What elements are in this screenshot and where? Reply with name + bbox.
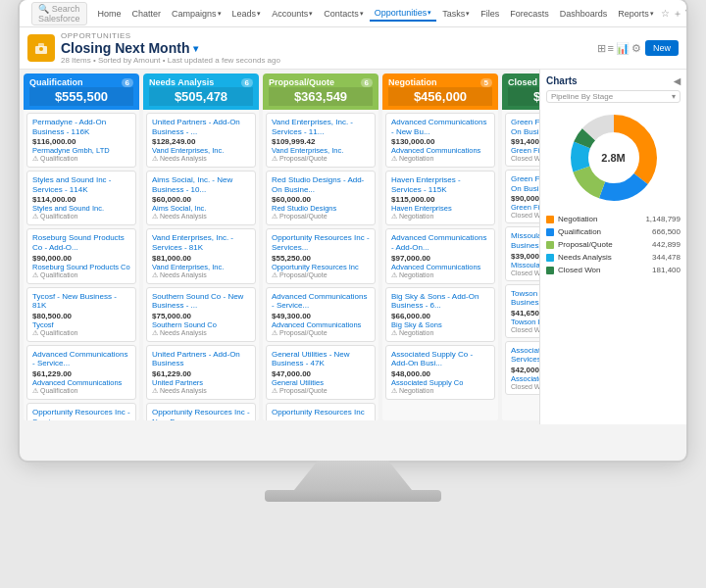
grid-view-icon[interactable]: ⊞ xyxy=(597,42,606,55)
col-total-needs: $505,478 xyxy=(149,87,253,106)
page-subtitle: 28 Items • Sorted by Amount • Last updat… xyxy=(61,56,280,65)
list-item[interactable]: Roseburg Sound Products Co - Add-O... $9… xyxy=(26,228,136,283)
list-item[interactable]: Opportunity Resources Inc - New Bu... $6… xyxy=(146,403,256,420)
legend-item-closed: Closed Won 181,400 xyxy=(546,264,681,276)
closed-color xyxy=(546,267,554,274)
list-item[interactable]: Aims Social, Inc. - New Business - 10...… xyxy=(146,171,256,225)
column-header-closed-won: Closed Won 5 $304,050 xyxy=(502,74,539,110)
col-total-negotiation: $456,000 xyxy=(388,87,492,106)
list-item[interactable]: United Partners - Add-On Business - ... … xyxy=(146,113,256,168)
list-item[interactable]: United Partners - Add-On Business $61,22… xyxy=(146,345,256,400)
nav-forecasts[interactable]: Forecasts xyxy=(505,6,554,22)
svg-point-5 xyxy=(39,47,43,51)
nav-icons: ☆ ＋ ? ⚙ 🔔 U xyxy=(661,6,686,22)
list-item[interactable]: Styles and Sound Inc - Services - 114K $… xyxy=(26,171,136,225)
page-label: OPPORTUNITIES xyxy=(61,31,280,40)
charts-collapse-icon[interactable]: ◀ xyxy=(674,76,681,86)
kanban-column-proposal: Proposal/Quote 6 $363,549 Vand Enterpris… xyxy=(263,74,378,420)
donut-chart: 2.8M xyxy=(546,109,681,207)
list-item[interactable]: Green Fields Media - Add-On Busine... $9… xyxy=(505,113,539,167)
list-item[interactable]: Missoula & Sons Inc - New Business... $3… xyxy=(505,226,539,280)
kanban-container: Qualification 6 $555,500 Permadyne - Add… xyxy=(20,70,686,424)
nav-reports[interactable]: Reports▾ xyxy=(613,6,659,22)
list-item[interactable]: General Utilities - New Business - 47K $… xyxy=(266,345,376,400)
donut-center-label: 2.8M xyxy=(601,152,625,164)
negotiation-color xyxy=(546,216,554,223)
list-item[interactable]: Associated Supply Co - Services - 42K $4… xyxy=(505,341,539,395)
list-item[interactable]: Opportunity Resources Inc $42,000.00 Opp… xyxy=(266,403,376,420)
nav-chatter[interactable]: Chatter xyxy=(127,6,167,22)
svg-rect-4 xyxy=(38,43,44,47)
nav-files[interactable]: Files xyxy=(476,6,504,22)
list-item[interactable]: Vand Enterprises, Inc. - Services - 81K … xyxy=(146,228,256,283)
list-item[interactable]: Advanced Communications - Add-On... $97,… xyxy=(385,228,495,283)
legend-item-qualification: Qualification 666,500 xyxy=(546,225,681,238)
opportunities-icon xyxy=(27,34,55,62)
col-total-closed: $304,050 xyxy=(508,87,539,106)
list-item[interactable]: Advanced Communications - New Bu... $130… xyxy=(385,113,495,168)
nav-leads[interactable]: Leads▾ xyxy=(227,6,267,22)
list-item[interactable]: Red Studio Designs - Add-On Busine... $6… xyxy=(266,171,376,225)
page-header: OPPORTUNITIES Closing Next Month ▾ 28 It… xyxy=(20,27,686,70)
screen: ☁ S 🔍 Search Salesforce Home Chatter Cam… xyxy=(20,0,686,461)
search-icon: 🔍 xyxy=(38,4,49,14)
page-header-left: OPPORTUNITIES Closing Next Month ▾ 28 It… xyxy=(27,31,280,65)
list-item[interactable]: Opportunity Resources Inc - Services... … xyxy=(266,228,376,283)
nav-opportunities[interactable]: Opportunities▾ xyxy=(370,6,437,22)
monitor-stand xyxy=(294,461,412,490)
page-header-right: ⊞ ≡ 📊 ⚙ New xyxy=(597,40,679,56)
star-icon[interactable]: ☆ xyxy=(661,8,670,19)
kanban-column-closed-won: Closed Won 5 $304,050 Green Fields Media… xyxy=(502,74,539,420)
plus-icon[interactable]: ＋ xyxy=(673,7,682,21)
list-item[interactable]: Southern Sound Co - New Business - ... $… xyxy=(146,287,256,342)
list-item[interactable]: Big Sky & Sons - Add-On Business - 6... … xyxy=(385,287,495,342)
nav-bar: ☁ S 🔍 Search Salesforce Home Chatter Cam… xyxy=(20,0,686,27)
legend-item-proposal: Proposal/Quote 442,899 xyxy=(546,238,681,251)
col-total-proposal: $363,549 xyxy=(269,87,373,106)
list-item[interactable]: Associated Supply Co - Add-On Busi... $4… xyxy=(385,345,495,400)
nav-tasks[interactable]: Tasks▾ xyxy=(437,6,475,22)
column-body-closed: Green Fields Media - Add-On Busine... $9… xyxy=(502,110,539,420)
proposal-color xyxy=(546,241,554,249)
column-body-needs: United Partners - Add-On Business - ... … xyxy=(143,110,259,420)
chart-view-icon[interactable]: 📊 xyxy=(616,42,630,55)
nav-contacts[interactable]: Contacts▾ xyxy=(319,6,369,22)
list-item[interactable]: Advanced Communications - Service... $49… xyxy=(266,287,376,342)
legend-item-needs: Needs Analysis 344,478 xyxy=(546,251,681,264)
list-item[interactable]: Towson Inc - Add-On Business - 42K $41,6… xyxy=(505,284,539,338)
list-item[interactable]: Green Fields Media - Add-On Busine... $9… xyxy=(505,170,539,223)
nav-home[interactable]: Home xyxy=(93,6,126,22)
nav-accounts[interactable]: Accounts▾ xyxy=(267,6,318,22)
list-item[interactable]: Tycosf - New Business - 81K $80,500.00 T… xyxy=(26,287,136,342)
chart-filter-dropdown[interactable]: Pipeline By Stage ▾ xyxy=(546,90,681,103)
list-item[interactable]: Vand Enterprises, Inc. - Services - 11..… xyxy=(266,113,376,168)
col-total-qualification: $555,500 xyxy=(29,87,133,106)
legend-item-negotiation: Negotiation 1,148,799 xyxy=(546,213,681,225)
filter-arrow-icon: ▾ xyxy=(672,92,676,101)
list-item[interactable]: Advanced Communications - Service... $61… xyxy=(26,345,136,400)
list-item[interactable]: Haven Enterprises - Services - 115K $115… xyxy=(385,171,495,225)
view-icons: ⊞ ≡ 📊 ⚙ xyxy=(597,42,641,55)
list-item[interactable]: Opportunity Resources Inc - Services... … xyxy=(26,403,136,420)
monitor-base xyxy=(265,490,441,502)
column-header-qualification: Qualification 6 $555,500 xyxy=(24,74,139,110)
nav-campaigns[interactable]: Campaigns▾ xyxy=(167,6,227,22)
kanban-column-qualification: Qualification 6 $555,500 Permadyne - Add… xyxy=(24,74,139,420)
help-icon[interactable]: ? xyxy=(685,8,686,19)
column-body-negotiation: Advanced Communications - New Bu... $130… xyxy=(382,110,498,420)
column-header-negotiation: Negotiation 5 $456,000 xyxy=(382,74,498,110)
nav-dashboards[interactable]: Dashboards xyxy=(555,6,613,22)
settings-icon[interactable]: ⚙ xyxy=(631,42,641,55)
column-header-needs-analysis: Needs Analysis 6 $505,478 xyxy=(143,74,259,110)
column-body-qualification: Permadyne - Add-On Business - 116K $116,… xyxy=(24,110,139,420)
new-button[interactable]: New xyxy=(645,40,679,56)
legend-items: Negotiation 1,148,799 Qualification 666,… xyxy=(546,213,681,276)
dropdown-arrow-icon[interactable]: ▾ xyxy=(193,43,198,54)
column-body-proposal: Vand Enterprises, Inc. - Services - 11..… xyxy=(263,110,378,420)
column-header-proposal: Proposal/Quote 6 $363,549 xyxy=(263,74,378,110)
list-view-icon[interactable]: ≡ xyxy=(608,42,614,55)
list-item[interactable]: Permadyne - Add-On Business - 116K $116,… xyxy=(26,113,136,168)
charts-panel: Charts ◀ Pipeline By Stage ▾ xyxy=(539,70,686,424)
kanban-column-needs-analysis: Needs Analysis 6 $505,478 United Partner… xyxy=(143,74,259,420)
search-input[interactable]: 🔍 Search Salesforce xyxy=(31,2,87,25)
